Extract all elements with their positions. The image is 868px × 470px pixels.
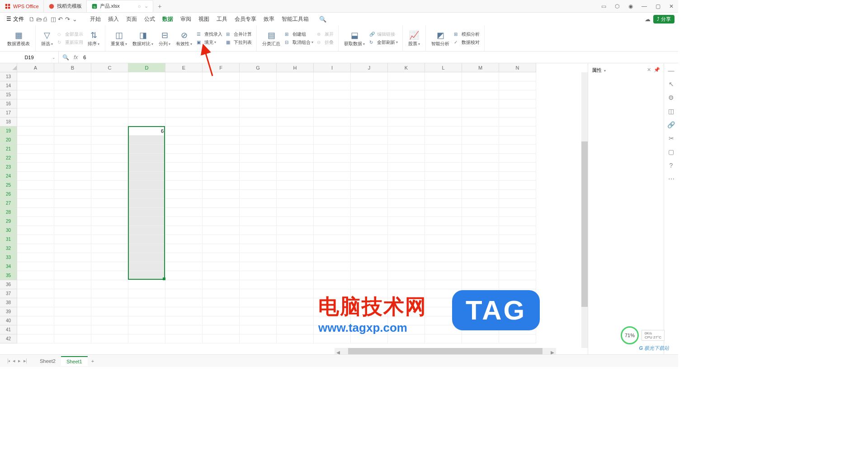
cell[interactable] <box>17 298 54 307</box>
next-sheet-icon[interactable]: ▸ <box>18 358 21 364</box>
cell[interactable] <box>425 154 462 163</box>
cell[interactable] <box>17 289 54 298</box>
cell[interactable] <box>165 208 203 217</box>
cell[interactable] <box>128 334 165 343</box>
row-header[interactable]: 31 <box>0 235 17 244</box>
cell[interactable] <box>203 99 240 108</box>
cell[interactable] <box>499 208 536 217</box>
cell[interactable] <box>351 154 388 163</box>
cell[interactable] <box>351 199 388 208</box>
cell[interactable] <box>203 289 240 298</box>
cell[interactable] <box>425 145 462 154</box>
menu-member[interactable]: 会员专享 <box>231 15 260 23</box>
cell[interactable] <box>499 118 536 127</box>
ungroup-button[interactable]: ⊟取消组合▾ <box>283 38 315 47</box>
cell[interactable] <box>314 280 351 289</box>
cell[interactable] <box>388 163 425 172</box>
cell[interactable] <box>91 72 128 81</box>
cell[interactable] <box>240 235 277 244</box>
cell[interactable] <box>499 244 536 253</box>
cell[interactable] <box>462 108 499 118</box>
cell[interactable] <box>165 145 203 154</box>
cell[interactable] <box>203 217 240 226</box>
cell[interactable] <box>17 217 54 226</box>
cell[interactable] <box>462 136 499 145</box>
cell[interactable] <box>203 172 240 181</box>
cell[interactable] <box>128 172 165 181</box>
cell[interactable] <box>499 253 536 262</box>
cell[interactable] <box>165 163 203 172</box>
cell[interactable] <box>17 127 54 136</box>
cell[interactable] <box>240 163 277 172</box>
row-header[interactable]: 25 <box>0 181 17 190</box>
cell[interactable] <box>388 90 425 99</box>
cell[interactable] <box>277 226 314 235</box>
cell[interactable] <box>54 307 91 316</box>
cell[interactable] <box>499 334 536 343</box>
cell[interactable] <box>17 108 54 118</box>
row-header[interactable]: 24 <box>0 172 17 181</box>
row-header[interactable]: 21 <box>0 145 17 154</box>
menu-tools[interactable]: 工具 <box>213 15 231 23</box>
cell[interactable] <box>54 226 91 235</box>
cell[interactable] <box>314 208 351 217</box>
cell[interactable] <box>54 108 91 118</box>
avatar-icon[interactable]: ◉ <box>624 0 637 13</box>
cell[interactable] <box>17 253 54 262</box>
cell[interactable] <box>240 81 277 90</box>
cell[interactable] <box>54 289 91 298</box>
select-all-button[interactable] <box>0 63 17 72</box>
cell[interactable] <box>128 108 165 118</box>
cell[interactable] <box>17 72 54 81</box>
cell[interactable] <box>128 271 165 280</box>
row-header[interactable]: 36 <box>0 280 17 289</box>
row-header[interactable]: 16 <box>0 99 17 108</box>
cell[interactable] <box>425 163 462 172</box>
cell[interactable] <box>165 172 203 181</box>
cell[interactable] <box>128 90 165 99</box>
cell[interactable] <box>54 154 91 163</box>
cell[interactable] <box>314 108 351 118</box>
cell[interactable] <box>499 99 536 108</box>
prop-dropdown-icon[interactable]: ▾ <box>604 69 606 73</box>
tools-icon[interactable]: ✂ <box>669 135 674 142</box>
cell[interactable] <box>388 199 425 208</box>
cell[interactable] <box>91 325 128 334</box>
cell[interactable] <box>54 334 91 343</box>
cell[interactable] <box>314 262 351 271</box>
cell[interactable] <box>203 190 240 199</box>
cell[interactable] <box>277 108 314 118</box>
cell[interactable] <box>54 90 91 99</box>
cell[interactable] <box>499 72 536 81</box>
getdata-button[interactable]: ⬓获取数据▾ <box>341 25 368 51</box>
cell[interactable] <box>203 334 240 343</box>
row-header[interactable]: 18 <box>0 118 17 127</box>
column-header[interactable]: J <box>351 63 388 72</box>
cell[interactable] <box>128 145 165 154</box>
row-header[interactable]: 28 <box>0 208 17 217</box>
cell[interactable] <box>91 298 128 307</box>
cell[interactable] <box>240 72 277 81</box>
cell[interactable] <box>425 90 462 99</box>
column-header[interactable]: G <box>240 63 277 72</box>
cell[interactable] <box>91 90 128 99</box>
cell[interactable] <box>351 226 388 235</box>
cell[interactable] <box>203 280 240 289</box>
cell[interactable] <box>128 325 165 334</box>
cell[interactable] <box>462 334 499 343</box>
cell[interactable] <box>54 244 91 253</box>
cell[interactable] <box>91 262 128 271</box>
row-header[interactable]: 23 <box>0 163 17 172</box>
cell[interactable] <box>462 244 499 253</box>
cell[interactable] <box>17 172 54 181</box>
cell[interactable] <box>91 289 128 298</box>
cell[interactable] <box>351 280 388 289</box>
cell[interactable] <box>388 154 425 163</box>
link-tool-icon[interactable]: 🔗 <box>667 121 675 128</box>
show-all-button[interactable]: ◇全部显示 <box>56 30 85 38</box>
cell[interactable] <box>240 298 277 307</box>
search-icon[interactable]: 🔍 <box>317 16 324 23</box>
column-header[interactable]: I <box>314 63 351 72</box>
cell[interactable] <box>314 334 351 343</box>
cell[interactable] <box>240 127 277 136</box>
